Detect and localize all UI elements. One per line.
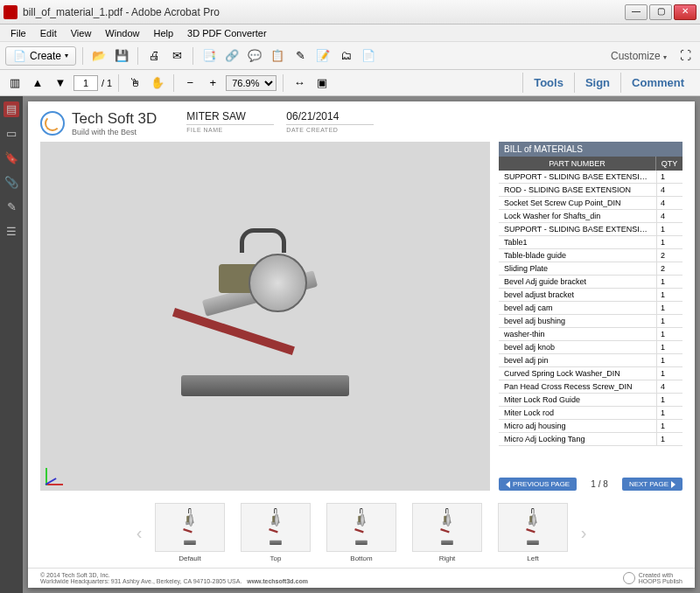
table-row[interactable]: Curved Spring Lock Washer_DIN1	[499, 367, 682, 380]
menu-edit[interactable]: Edit	[33, 26, 64, 40]
toolbar-separator	[192, 47, 193, 65]
table-row[interactable]: ROD - SLIDING BASE EXTENSION4	[499, 184, 682, 197]
select-icon[interactable]: 🖱	[125, 73, 144, 93]
sign-panel-button[interactable]: Sign	[574, 73, 620, 93]
form-icon[interactable]: 📋	[268, 46, 287, 66]
table-row[interactable]: Table-blade guide2	[499, 249, 682, 262]
view-thumbnail[interactable]: Bottom	[326, 503, 396, 562]
bom-part-cell: ROD - SLIDING BASE EXTENSION	[499, 184, 656, 196]
sign-icon[interactable]: ✎	[290, 46, 310, 66]
view-thumbnail[interactable]: Default	[155, 503, 225, 562]
customize-dropdown[interactable]: Customize ▾	[606, 48, 672, 64]
page-down-icon[interactable]: ▼	[51, 73, 70, 93]
zoom-out-icon[interactable]: −	[180, 73, 200, 93]
toolbar-separator	[283, 74, 284, 92]
navigation-pane: ▤ ▭ 🔖 📎 ✎ ☰	[0, 96, 23, 593]
bom-prev-button[interactable]: PREVIOUS PAGE	[499, 478, 577, 491]
table-row[interactable]: Table11	[499, 236, 682, 249]
hand-icon[interactable]: ✋	[148, 73, 167, 93]
fit-page-icon[interactable]: ▣	[312, 73, 332, 93]
miter-saw-model	[160, 212, 370, 422]
view-thumbnail[interactable]: Left	[498, 503, 568, 562]
zoom-in-icon[interactable]: +	[203, 73, 222, 93]
table-row[interactable]: Bevel Adj guide bracket1	[499, 276, 682, 289]
bom-qty-cell: 4	[656, 184, 682, 196]
tools-panel-button[interactable]: Tools	[522, 73, 574, 93]
thumbs-next-icon[interactable]: ›	[577, 520, 591, 546]
comment-icon[interactable]: 💬	[245, 46, 264, 66]
page-number-input[interactable]	[74, 75, 98, 91]
table-row[interactable]: Micro Adj Locking Tang1	[499, 433, 682, 446]
table-row[interactable]: bevel adj pin1	[499, 354, 682, 367]
page-up-icon[interactable]: ▲	[28, 73, 47, 93]
table-row[interactable]: SUPPORT - SLIDING BASE EXTENSIONRH1	[499, 223, 682, 236]
page-thumbnails-icon[interactable]: ▥	[5, 73, 24, 93]
bom-qty-cell: 4	[656, 380, 682, 393]
table-row[interactable]: washer-thin1	[499, 328, 682, 341]
bom-qty-cell: 1	[656, 394, 682, 406]
close-button[interactable]: ✕	[674, 4, 696, 20]
bom-next-button[interactable]: NEXT PAGE	[622, 478, 682, 491]
fit-width-icon[interactable]: ↔	[290, 73, 309, 93]
table-row[interactable]: bevel adj cam1	[499, 302, 682, 315]
edit-icon[interactable]: 📝	[313, 46, 332, 66]
table-row[interactable]: bevel adjust bracket1	[499, 289, 682, 302]
table-row[interactable]: Sliding Plate2	[499, 262, 682, 276]
thumbnail-image	[241, 503, 311, 552]
thumbs-prev-icon[interactable]: ‹	[132, 520, 146, 546]
table-row[interactable]: bevel adj bushing1	[499, 315, 682, 328]
hoops-logo-icon	[623, 572, 635, 584]
toolbar-separator	[82, 47, 83, 65]
fullscreen-icon[interactable]: ⛶	[676, 46, 695, 66]
bookmark-ribbon-icon[interactable]: 🔖	[4, 150, 19, 166]
signatures-panel-icon[interactable]: ✎	[4, 199, 19, 215]
bom-part-cell: Lock Washer for Shafts_din	[499, 210, 656, 222]
save-icon[interactable]: 💾	[112, 46, 131, 66]
view-thumbnail[interactable]: Right	[412, 503, 482, 562]
menu-window[interactable]: Window	[98, 26, 146, 40]
open-icon[interactable]: 📂	[89, 46, 108, 66]
thumbnail-image	[155, 503, 225, 552]
layers-panel-icon[interactable]: ☰	[4, 224, 19, 240]
view-thumbnail[interactable]: Top	[241, 503, 311, 562]
bom-part-cell: Sliding Plate	[499, 262, 656, 275]
menu-help[interactable]: Help	[146, 26, 180, 40]
bom-part-cell: bevel adj cam	[499, 302, 656, 314]
attachments-panel-icon[interactable]: 📎	[4, 175, 19, 191]
print-icon[interactable]: 🖨	[144, 46, 164, 66]
comment-panel-button[interactable]: Comment	[620, 73, 695, 93]
minimize-button[interactable]: —	[625, 4, 648, 20]
table-row[interactable]: Socket Set Screw Cup Point_DIN4	[499, 197, 682, 210]
table-row[interactable]: Miter Lock Rod Guide1	[499, 394, 682, 407]
bom-rows: SUPPORT - SLIDING BASE EXTENSION1ROD - S…	[499, 171, 682, 474]
document-viewport[interactable]: Tech Soft 3D Build with the Best MITER S…	[23, 96, 700, 593]
zoom-select[interactable]: 76.9%	[226, 75, 276, 91]
maximize-button[interactable]: ▢	[649, 4, 672, 20]
table-row[interactable]: Micro adj housing1	[499, 420, 682, 433]
share-icon[interactable]: 🔗	[222, 46, 242, 66]
filename-value: MITER SAW	[186, 110, 274, 125]
bom-pager-label: 1 / 8	[591, 479, 607, 489]
menu-view[interactable]: View	[64, 26, 99, 40]
mail-icon[interactable]: ✉	[167, 46, 186, 66]
menu-file[interactable]: File	[4, 26, 33, 40]
thumbnail-label: Top	[270, 555, 282, 562]
table-row[interactable]: SUPPORT - SLIDING BASE EXTENSION1	[499, 171, 682, 184]
bom-qty-cell: 1	[656, 433, 682, 445]
create-button[interactable]: 📄 Create ▾	[5, 46, 76, 66]
3d-viewer[interactable]	[40, 142, 490, 491]
footer-credit-name: HOOPS Publish	[639, 578, 682, 584]
window-titlebar: bill_of_material_1.pdf - Adobe Acrobat P…	[0, 0, 700, 24]
combine-icon[interactable]: 🗂	[336, 46, 355, 66]
more-icon[interactable]: 📄	[359, 46, 378, 66]
pages-panel-icon[interactable]: ▤	[4, 101, 19, 117]
table-row[interactable]: Pan Head Cross Recess Screw_DIN4	[499, 380, 682, 394]
table-row[interactable]: bevel adj knob1	[499, 341, 682, 354]
bom-qty-cell: 1	[656, 276, 682, 288]
table-row[interactable]: Miter Lock rod1	[499, 407, 682, 420]
export-icon[interactable]: 📑	[200, 46, 219, 66]
toolbar-separator	[173, 74, 174, 92]
bookmarks-panel-icon[interactable]: ▭	[4, 126, 19, 142]
menu-3d-pdf-converter[interactable]: 3D PDF Converter	[180, 26, 273, 40]
table-row[interactable]: Lock Washer for Shafts_din4	[499, 210, 682, 223]
